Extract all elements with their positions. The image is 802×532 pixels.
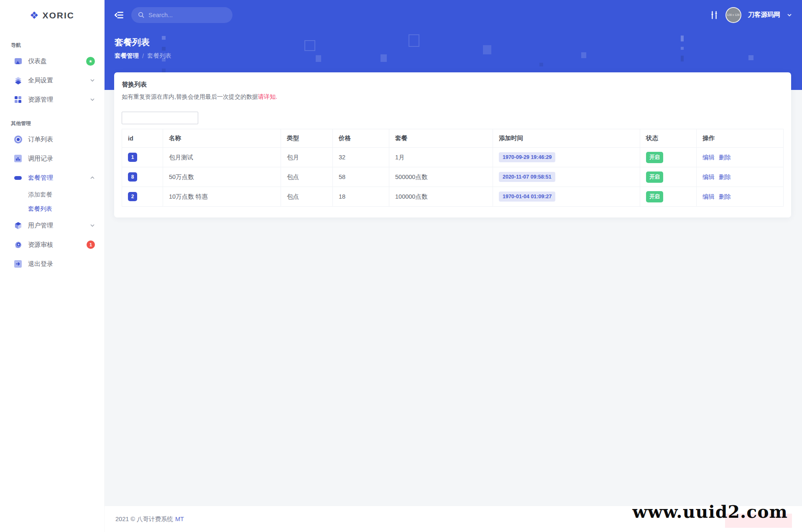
avatar[interactable]: 128 x 128 xyxy=(725,7,741,23)
replace-input[interactable] xyxy=(122,112,198,124)
sidebar-item-label: 全局设置 xyxy=(28,77,90,84)
footer-link[interactable]: MT xyxy=(175,516,184,522)
sidebar-item-resource-mgmt[interactable]: 资源管理 xyxy=(0,90,104,109)
sidebar-subitem-package-list[interactable]: 套餐列表 xyxy=(0,202,104,216)
table-header-row: id 名称 类型 价格 套餐 添加时间 状态 操作 xyxy=(122,129,784,148)
cell-type: 包点 xyxy=(281,167,333,187)
sidebar-item-package-mgmt[interactable]: 套餐管理 xyxy=(0,168,104,187)
id-badge: 8 xyxy=(128,172,137,182)
col-header-actions: 操作 xyxy=(697,129,784,148)
watermark-wrap: www.uuid2.com xyxy=(633,502,788,522)
id-badge: 1 xyxy=(128,153,137,162)
card-description-text: 如有重复资源在库内,替换会使用最后一次提交的数据 xyxy=(122,93,258,100)
package-table: id 名称 类型 价格 套餐 添加时间 状态 操作 1 包月测试 包月 32 1… xyxy=(122,129,784,207)
bar-chart-icon xyxy=(14,154,22,163)
delete-link[interactable]: 删除 xyxy=(719,193,731,200)
cell-package: 100000点数 xyxy=(389,187,493,207)
sidebar: ❖ XORIC 导航 仪表盘 ★ 全局设置 资源管理 其他管理 订单列表 xyxy=(0,0,105,532)
avatar-placeholder-text: 128 x 128 xyxy=(727,13,740,16)
status-badge: 开启 xyxy=(646,191,663,202)
decor-square xyxy=(162,69,166,72)
id-badge: 2 xyxy=(128,192,137,201)
card-title: 替换列表 xyxy=(122,81,784,89)
sidebar-item-label: 仪表盘 xyxy=(28,57,86,65)
logo[interactable]: ❖ XORIC xyxy=(0,0,104,31)
sidebar-item-label: 调用记录 xyxy=(28,155,95,163)
sidebar-subitem-label: 添加套餐 xyxy=(28,191,52,199)
sidebar-subitem-label: 套餐列表 xyxy=(28,205,52,213)
col-header-package: 套餐 xyxy=(389,129,493,148)
col-header-type: 类型 xyxy=(281,129,333,148)
copyright-text: 2021 © 八哥计费系统 xyxy=(115,515,173,523)
menu-fold-icon[interactable] xyxy=(114,10,125,20)
status-badge: 开启 xyxy=(646,152,663,163)
sidebar-item-label: 套餐管理 xyxy=(28,174,90,182)
chevron-up-icon xyxy=(90,175,95,180)
card-description-suffix: . xyxy=(276,93,277,100)
cell-package: 500000点数 xyxy=(389,167,493,187)
col-header-name: 名称 xyxy=(163,129,281,148)
logo-diamond-icon: ❖ xyxy=(30,10,39,20)
cell-type: 包月 xyxy=(281,148,333,167)
status-badge: 开启 xyxy=(646,171,663,183)
breadcrumb-current: 套餐列表 xyxy=(147,52,171,60)
time-badge: 2020-11-07 09:58:51 xyxy=(499,172,555,182)
sidebar-item-global-settings[interactable]: 全局设置 xyxy=(0,71,104,90)
sliders-icon[interactable] xyxy=(710,10,719,20)
replace-list-card: 替换列表 如有重复资源在库内,替换会使用最后一次提交的数据请详知. id 名称 … xyxy=(114,72,791,217)
cell-type: 包点 xyxy=(281,187,333,207)
sidebar-item-label: 资源审核 xyxy=(28,241,87,249)
sidebar-item-label: 资源管理 xyxy=(28,96,90,104)
sidebar-item-label: 订单列表 xyxy=(28,136,95,143)
chevron-down-icon xyxy=(90,97,95,102)
sidebar-item-label: 用户管理 xyxy=(28,222,90,230)
col-header-id: id xyxy=(122,129,163,148)
cell-package: 1月 xyxy=(389,148,493,167)
search-input[interactable] xyxy=(148,12,226,18)
sidebar-item-dashboard[interactable]: 仪表盘 ★ xyxy=(0,51,104,71)
decor-square xyxy=(539,63,543,66)
cell-name: 10万点数 特惠 xyxy=(163,187,281,207)
table-row: 2 10万点数 特惠 包点 18 100000点数 1970-01-04 01:… xyxy=(122,187,784,207)
notification-badge: 1 xyxy=(87,240,95,249)
delete-link[interactable]: 删除 xyxy=(719,154,731,161)
sidebar-item-resource-audit[interactable]: 资源审核 1 xyxy=(0,235,104,254)
card-description: 如有重复资源在库内,替换会使用最后一次提交的数据请详知. xyxy=(122,93,784,101)
sidebar-item-logout[interactable]: 退出登录 xyxy=(0,254,104,274)
circle-icon xyxy=(14,135,22,143)
layers-icon xyxy=(14,76,22,84)
col-header-time: 添加时间 xyxy=(493,129,640,148)
cell-name: 50万点数 xyxy=(163,167,281,187)
search-icon xyxy=(138,12,144,18)
pill-icon xyxy=(14,174,22,182)
notice-link[interactable]: 请详知 xyxy=(258,93,276,100)
breadcrumb: 套餐管理 / 套餐列表 xyxy=(115,52,802,60)
sidebar-item-call-log[interactable]: 调用记录 xyxy=(0,149,104,168)
search-bar[interactable] xyxy=(131,7,232,23)
sidebar-item-order-list[interactable]: 订单列表 xyxy=(0,130,104,149)
delete-link[interactable]: 删除 xyxy=(719,174,731,180)
edit-link[interactable]: 编辑 xyxy=(702,174,715,180)
cube-icon xyxy=(14,221,22,230)
edit-link[interactable]: 编辑 xyxy=(702,193,715,200)
chevron-down-icon[interactable] xyxy=(787,13,792,18)
topbar-right: 128 x 128 刀客源码网 xyxy=(710,7,792,23)
main-area: 128 x 128 刀客源码网 套餐列表 套餐管理 / 套餐列表 替换列表 如有… xyxy=(105,0,802,532)
breadcrumb-parent[interactable]: 套餐管理 xyxy=(115,52,139,60)
grid-icon xyxy=(14,95,22,104)
chevron-down-icon xyxy=(90,223,95,228)
table-row: 8 50万点数 包点 58 500000点数 2020-11-07 09:58:… xyxy=(122,167,784,187)
cell-price: 18 xyxy=(333,187,389,207)
watermark: www.uuid2.com xyxy=(633,502,788,522)
sidebar-subitem-add-package[interactable]: 添加套餐 xyxy=(0,187,104,202)
cell-price: 32 xyxy=(333,148,389,167)
chevron-down-icon xyxy=(90,78,95,83)
col-header-price: 价格 xyxy=(333,129,389,148)
sidebar-item-label: 退出登录 xyxy=(28,260,95,268)
edit-link[interactable]: 编辑 xyxy=(702,154,715,161)
user-menu[interactable]: 刀客源码网 xyxy=(748,10,781,19)
sidebar-item-user-mgmt[interactable]: 用户管理 xyxy=(0,216,104,235)
breadcrumb-separator: / xyxy=(142,53,144,59)
sidebar-section-other: 其他管理 xyxy=(0,109,104,130)
time-badge: 1970-09-29 19:46:29 xyxy=(499,152,555,162)
